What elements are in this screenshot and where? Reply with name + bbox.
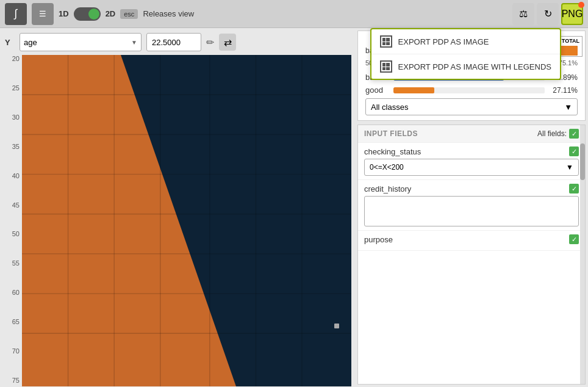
right-panel: Probability TOTAL ⟺ bad 50.1% 75.1% bad bbox=[356, 28, 588, 387]
export-pdp-image-label: EXPORT PDP AS IMAGE bbox=[398, 37, 489, 46]
field-item-purpose: purpose ✓ bbox=[358, 231, 585, 251]
chart-marker bbox=[334, 324, 339, 328]
total-label: TOTAL bbox=[562, 38, 579, 45]
export-image-legends-icon bbox=[380, 60, 392, 73]
y-tick-labels: 75 70 65 60 55 50 45 40 35 30 25 20 bbox=[5, 55, 22, 387]
balance-button[interactable]: ⚖ bbox=[512, 3, 534, 25]
logo-icon: ∫ bbox=[5, 3, 27, 25]
menu-icon: ☰ bbox=[39, 9, 46, 18]
scrollbar-thumb[interactable] bbox=[580, 143, 585, 180]
y-axis-label: Y bbox=[5, 38, 15, 47]
toggle-knob bbox=[88, 9, 99, 20]
menu-button[interactable]: ☰ bbox=[32, 3, 54, 25]
toolbar: ∫ ☰ 1D 2D esc Releases view ⚖ ↻ PNG bbox=[0, 0, 588, 28]
all-classes-label: All classes bbox=[371, 103, 408, 112]
y-field-select[interactable]: age ▼ bbox=[20, 33, 142, 51]
export-image-icon bbox=[380, 35, 392, 48]
main-content: Y age ▼ 22.5000 ✏ ⇄ 75 70 65 60 55 50 45 bbox=[0, 28, 588, 387]
heatmap-svg bbox=[22, 55, 351, 386]
field-item-checking-status: checking_status ✓ 0<=X<200 ▼ bbox=[358, 143, 585, 180]
toolbar-right: ⚖ ↻ PNG bbox=[512, 3, 583, 25]
esc-badge[interactable]: esc bbox=[120, 9, 138, 19]
png-export-button[interactable]: PNG bbox=[561, 3, 583, 25]
swap-axes-button[interactable]: ⇄ bbox=[219, 34, 236, 51]
balance-icon: ⚖ bbox=[519, 8, 528, 20]
heatmap-canvas bbox=[22, 55, 351, 386]
input-fields-header: INPUT FIELDS All fields: ✓ bbox=[358, 125, 585, 143]
refresh-button[interactable]: ↻ bbox=[537, 3, 559, 25]
field-header-checking-status: checking_status ✓ bbox=[364, 146, 579, 156]
all-fields-label: All fields: bbox=[537, 129, 567, 138]
chart-panel: Y age ▼ 22.5000 ✏ ⇄ 75 70 65 60 55 50 45 bbox=[0, 28, 356, 387]
export-pdp-image-item[interactable]: EXPORT PDP AS IMAGE bbox=[371, 29, 560, 54]
y-axis-row: Y age ▼ 22.5000 ✏ ⇄ bbox=[5, 33, 351, 51]
input-fields-section: INPUT FIELDS All fields: ✓ checking_stat… bbox=[357, 125, 586, 385]
field-name-checking-status: checking_status bbox=[364, 147, 421, 156]
all-classes-dropdown[interactable]: All classes ▼ bbox=[365, 98, 578, 115]
class-good-pct: 27.11% bbox=[548, 86, 578, 95]
y-field-chevron-icon: ▼ bbox=[131, 39, 137, 46]
field-header-purpose: purpose ✓ bbox=[364, 234, 579, 244]
class-good-bar-bg bbox=[393, 87, 545, 93]
field-checkbox-checking-status[interactable]: ✓ bbox=[569, 146, 579, 156]
dimension-toggle[interactable] bbox=[74, 7, 101, 21]
refresh-icon: ↻ bbox=[544, 8, 552, 20]
scrollbar-track[interactable] bbox=[580, 125, 585, 384]
export-dropdown: EXPORT PDP AS IMAGE EXPORT PDP AS IMAGE … bbox=[370, 28, 561, 80]
all-fields-row: All fields: ✓ bbox=[537, 129, 579, 139]
field-name-purpose: purpose bbox=[364, 235, 393, 244]
field-item-credit-history: credit_history ✓ bbox=[358, 180, 585, 231]
field-header-credit-history: credit_history ✓ bbox=[364, 184, 579, 194]
input-fields-title: INPUT FIELDS bbox=[364, 129, 418, 138]
field-select-chevron-icon: ▼ bbox=[566, 163, 573, 172]
y-value-display: 22.5000 bbox=[146, 33, 201, 51]
class-row-good: good 27.11% bbox=[365, 85, 578, 95]
prob-pct-right: 75.1% bbox=[559, 59, 578, 67]
field-select-value-checking-status: 0<=X<200 bbox=[370, 163, 404, 172]
releases-view-label: Releases view bbox=[143, 9, 194, 18]
class-good-bar-fill bbox=[393, 87, 434, 93]
field-select-checking-status[interactable]: 0<=X<200 ▼ bbox=[364, 159, 579, 176]
png-notification-badge bbox=[578, 2, 584, 8]
swap-icon: ⇄ bbox=[224, 37, 232, 48]
export-pdp-image-legends-item[interactable]: EXPORT PDP AS IMAGE WITH LEGENDS bbox=[371, 54, 560, 79]
y-field-value: age bbox=[24, 38, 37, 47]
dim-2d-label[interactable]: 2D bbox=[106, 9, 116, 18]
class-good-name: good bbox=[365, 85, 390, 95]
chart-container: 75 70 65 60 55 50 45 40 35 30 25 20 bbox=[5, 55, 351, 387]
classes-dropdown-chevron-icon: ▼ bbox=[564, 103, 572, 112]
field-name-credit-history: credit_history bbox=[364, 184, 411, 194]
all-fields-checkbox[interactable]: ✓ bbox=[569, 129, 579, 139]
y-edit-icon[interactable]: ✏ bbox=[206, 37, 214, 48]
field-checkbox-credit-history[interactable]: ✓ bbox=[569, 184, 579, 194]
chart-inner: 10 20 30 40 50 60 70 bbox=[22, 55, 351, 387]
field-textarea-credit-history[interactable] bbox=[364, 196, 579, 226]
export-pdp-image-legends-label: EXPORT PDP AS IMAGE WITH LEGENDS bbox=[398, 62, 551, 71]
field-checkbox-purpose[interactable]: ✓ bbox=[569, 234, 579, 244]
dim-1d-label[interactable]: 1D bbox=[59, 9, 69, 18]
png-label: PNG bbox=[562, 9, 583, 20]
